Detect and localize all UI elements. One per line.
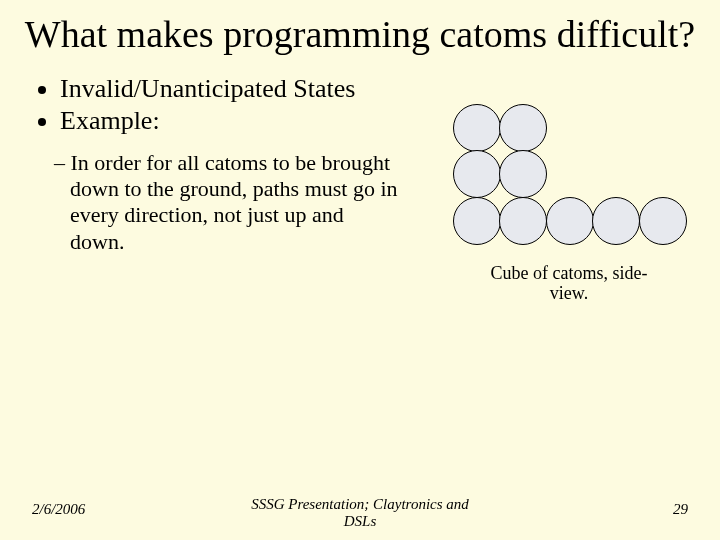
text-column: Invalid/Unanticipated States Example: In… [10,74,398,304]
footer-center-line: DSLs [344,513,377,529]
slide-body: Invalid/Unanticipated States Example: In… [0,56,720,304]
footer-page-number: 29 [673,501,688,518]
bullet-list: Invalid/Unanticipated States Example: [18,74,398,136]
catom-circle-icon [499,150,547,198]
catom-circle-icon [453,197,501,245]
catom-circle-icon [499,104,547,152]
diagram-row [453,104,686,151]
figure-caption: Cube of catoms, side- view. [428,263,710,304]
catom-circle-icon [453,104,501,152]
catom-circle-icon [639,197,687,245]
slide: What makes programming catoms difficult?… [0,0,720,540]
diagram-row [453,197,686,244]
footer-center: SSSG Presentation; Claytronics and DSLs [0,496,720,531]
figure-column: Cube of catoms, side- view. [398,74,710,304]
catom-circle-icon [453,150,501,198]
catom-circle-icon [592,197,640,245]
bullet-item: Example: [60,106,398,136]
caption-line: Cube of catoms, side- [491,263,648,283]
bullet-item: Invalid/Unanticipated States [60,74,398,104]
diagram-row [453,150,686,197]
caption-line: view. [550,283,588,303]
catom-circle-icon [499,197,547,245]
slide-title: What makes programming catoms difficult? [0,0,720,56]
sub-bullet-list: In order for all catoms to be brought do… [18,150,398,256]
catom-circle-icon [546,197,594,245]
footer-center-line: SSSG Presentation; Claytronics and [251,496,469,512]
sub-bullet-item: In order for all catoms to be brought do… [54,150,398,256]
catom-diagram [453,104,686,244]
